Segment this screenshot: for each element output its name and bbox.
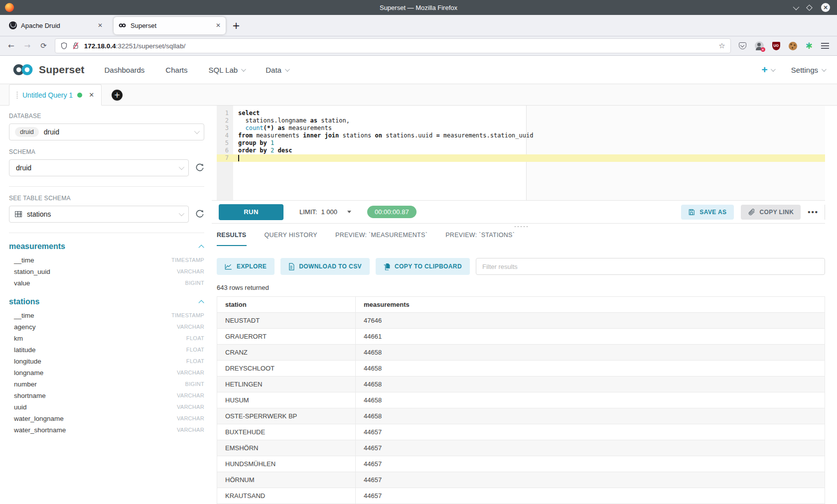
table-schema-select[interactable]: stations [9,206,189,223]
table-row[interactable]: HETLINGEN44658 [217,377,825,392]
window-close-icon[interactable]: ✕ [821,3,830,12]
database-label: DATABASE [9,113,204,120]
schema-column-row[interactable]: __timeTIMESTAMP [9,254,204,265]
superset-brand[interactable]: Superset [12,63,84,76]
query-tab-untitled-query-1[interactable]: Untitled Query 1 ✕ [9,84,102,106]
table-cell: OSTE-SPERRWERK BP [217,408,356,424]
table-row[interactable]: NEUSTADT47646 [217,313,825,329]
schema-column-row[interactable]: kmFLOAT [9,333,204,344]
schema-column-row[interactable]: agencyVARCHAR [9,321,204,332]
table-cell: 44658 [356,408,825,424]
table-row[interactable]: KRAUTSAND44657 [217,488,825,504]
column-header-station[interactable]: station [217,297,356,313]
rows-returned-text: 643 rows returned [217,284,825,291]
shield-icon[interactable] [60,42,68,50]
tab-results[interactable]: RESULTS [217,232,247,246]
pocket-icon[interactable] [739,42,746,49]
tab-close-icon[interactable]: ✕ [216,22,221,29]
copy-link-button[interactable]: COPY LINK [741,205,801,220]
table-row[interactable]: HUNDSMÜHLEN44657 [217,456,825,472]
table-row[interactable]: EMSHÖRN44657 [217,440,825,456]
refresh-table-icon[interactable] [195,210,204,219]
table-row[interactable]: CRANZ44658 [217,345,825,361]
schema-column-row[interactable]: __timeTIMESTAMP [9,310,204,321]
filter-results-input[interactable] [476,258,825,275]
download-csv-button[interactable]: DOWNLOAD TO CSV [280,258,370,275]
run-button[interactable]: RUN [219,204,283,220]
menu-hamburger-icon[interactable] [821,43,829,49]
nav-item-sql-lab[interactable]: SQL Lab [209,66,245,74]
schema-column-row[interactable]: water_shortnameVARCHAR [9,424,204,435]
more-options-icon[interactable]: ••• [808,208,819,216]
sql-editor[interactable]: 1234567 select stations.longname as stat… [217,106,825,200]
table-row[interactable]: HÖRNUM44657 [217,472,825,488]
schema-column-row[interactable]: water_longnameVARCHAR [9,413,204,424]
code-line: select [238,110,825,117]
schema-column-row[interactable]: longitudeFLOAT [9,356,204,367]
table-row[interactable]: DREYSCHLOOT44658 [217,361,825,377]
nav-item-charts[interactable]: Charts [165,66,187,74]
tab-preview-measurements[interactable]: PREVIEW: `MEASUREMENTS` [335,232,427,246]
window-minimize-icon[interactable] [793,3,800,10]
reload-button[interactable]: ⟳ [40,41,47,50]
code-token [274,147,278,154]
url-text: 172.18.0.4:32251/superset/sqllab/ [84,42,185,50]
close-icon[interactable]: ✕ [89,91,94,99]
sql-editor-lines[interactable]: select stations.longname as station, cou… [233,106,825,162]
collapse-chevron-icon[interactable] [198,300,204,305]
refresh-schema-icon[interactable] [195,163,204,172]
schema-column-row[interactable]: numberBIGINT [9,378,204,389]
schema-label: SCHEMA [9,148,204,155]
column-name: agency [14,323,36,331]
schema-column-row[interactable]: uuidVARCHAR [9,401,204,412]
nav-item-dashboards[interactable]: Dashboards [104,66,144,74]
table-row[interactable]: HUSUM44658 [217,392,825,408]
bookmark-star-icon[interactable]: ☆ [718,41,725,50]
tab-close-icon[interactable]: ✕ [98,22,103,29]
cookie-extension-icon[interactable] [789,42,797,50]
asterisk-extension-icon[interactable]: ✱ [806,42,813,50]
window-maximize-icon[interactable] [806,4,813,11]
table-row[interactable]: GRAUERORT44661 [217,329,825,345]
table-row[interactable]: OSTE-SPERRWERK BP44658 [217,408,825,424]
collapse-chevron-icon[interactable] [198,245,204,250]
back-button[interactable]: ← [8,41,14,50]
code-token: as [278,125,285,131]
browser-tab-superset[interactable]: Superset ✕ [114,17,226,34]
tab-query-history[interactable]: QUERY HISTORY [265,232,317,246]
save-as-button[interactable]: SAVE AS [681,205,733,220]
forward-button[interactable]: → [24,41,31,50]
add-new-button[interactable]: + [762,64,774,76]
schema-column-row[interactable]: longnameVARCHAR [9,367,204,378]
new-tab-button[interactable]: + [230,19,243,32]
browser-tab-apache-druid[interactable]: Apache Druid ✕ [4,17,108,34]
settings-menu[interactable]: Settings [791,66,825,74]
url-field[interactable]: 172.18.0.4:32251/superset/sqllab/ ☆ [55,38,731,53]
code-line [238,154,825,162]
explore-button[interactable]: EXPLORE [217,258,275,275]
database-select[interactable]: druid druid [9,124,204,140]
copy-clipboard-button[interactable]: COPY TO CLIPBOARD [376,258,470,275]
drag-handle-icon[interactable] [16,91,18,99]
add-query-tab-button[interactable]: + [112,90,123,101]
table-cell: 44657 [356,440,825,456]
nav-item-data[interactable]: Data [266,66,288,74]
ublock-icon[interactable]: UO [772,42,780,50]
schema-column-row[interactable]: shortnameVARCHAR [9,390,204,401]
schema-select[interactable]: druid [9,159,189,176]
lock-slash-icon[interactable] [72,42,79,50]
limit-control[interactable]: LIMIT: 1 000 [299,208,351,216]
column-type: VARCHAR [177,427,204,433]
caret-down-icon[interactable] [347,211,351,213]
column-type: BIGINT [185,280,204,286]
url-host: 172.18.0.4 [84,42,116,50]
pane-resize-handle-icon[interactable] [514,225,529,228]
schema-column-row[interactable]: latitudeFLOAT [9,344,204,355]
tab-preview-stations[interactable]: PREVIEW: `STATIONS` [445,232,515,246]
code-token: measurements [253,132,303,139]
account-icon[interactable]: ✕ [755,41,764,50]
table-row[interactable]: BUXTEHUDE44657 [217,424,825,440]
schema-column-row[interactable]: station_uuidVARCHAR [9,266,204,277]
column-header-measurements[interactable]: measurements [356,297,825,313]
schema-column-row[interactable]: valueBIGINT [9,277,204,288]
